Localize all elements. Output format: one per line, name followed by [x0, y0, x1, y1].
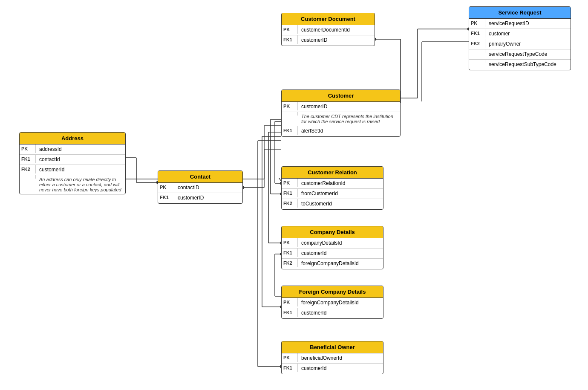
customer-document-table: Customer Document PK customerDocumentId … — [281, 13, 375, 46]
key-fk1: FK1 — [282, 189, 298, 197]
field-addressId: addressId — [36, 144, 125, 154]
company-details-row-fk2: FK2 foreignCompanyDetailsId — [282, 259, 383, 269]
service-request-row-fk1: FK1 customer — [469, 29, 571, 39]
field-customerId: customerId — [298, 308, 383, 318]
company-details-row-fk1: FK1 customerId — [282, 248, 383, 259]
service-request-row-subtype: serviceRequestSubTypeCode — [469, 60, 571, 70]
service-request-row-fk2: FK2 primaryOwner — [469, 39, 571, 49]
field-foreignCompanyDetailsId: foreignCompanyDetailsId — [298, 259, 383, 268]
field-beneficialOwnerId: beneficialOwnerId — [298, 353, 383, 363]
customer-table: Customer PK customerID The customer CDT … — [281, 90, 401, 137]
service-request-row-type: serviceRequestTypeCode — [469, 49, 571, 60]
field-customer-note: The customer CDT represents the institut… — [298, 112, 400, 126]
field-fromCustomerId: fromCustomerId — [298, 189, 383, 198]
contact-row-pk: PK contactID — [158, 183, 242, 193]
key-pk: PK — [282, 102, 298, 110]
key-fk1: FK1 — [282, 248, 298, 257]
beneficial-owner-table: Beneficial Owner PK beneficialOwnerId FK… — [281, 341, 383, 374]
foreign-company-details-header: Foreign Company Details — [282, 286, 383, 298]
customer-document-row-pk: PK customerDocumentId — [282, 25, 375, 35]
key-fk2: FK2 — [282, 259, 298, 267]
key-fk1: FK1 — [282, 35, 298, 44]
key-empty1 — [469, 49, 485, 53]
field-customer: customer — [485, 29, 571, 38]
key-fk1: FK1 — [158, 193, 174, 202]
customer-row-fk1: FK1 alertSetId — [282, 126, 400, 136]
beneficial-owner-row-fk1: FK1 customerId — [282, 364, 383, 374]
key-pk: PK — [20, 144, 36, 153]
field-customerDocumentId: customerDocumentId — [298, 25, 375, 35]
field-customerId: customerId — [36, 165, 125, 174]
customer-relation-table: Customer Relation PK customerRelationId … — [281, 166, 383, 210]
service-request-table: Service Request PK serviceRequestID FK1 … — [469, 6, 571, 70]
key-empty — [20, 175, 36, 179]
address-header: Address — [20, 133, 125, 144]
field-primaryOwner: primaryOwner — [485, 39, 571, 49]
customer-relation-row-fk1: FK1 fromCustomerId — [282, 189, 383, 199]
customer-relation-row-pk: PK customerRelationId — [282, 179, 383, 189]
field-serviceRequestTypeCode: serviceRequestTypeCode — [485, 49, 571, 59]
key-pk: PK — [282, 179, 298, 187]
field-address-note: An address can only relate directly to e… — [36, 175, 125, 194]
address-row-note: An address can only relate directly to e… — [20, 175, 125, 194]
field-customerID: customerID — [298, 102, 400, 111]
beneficial-owner-row-pk: PK beneficialOwnerId — [282, 353, 383, 364]
key-fk2: FK2 — [20, 165, 36, 173]
customer-relation-header: Customer Relation — [282, 167, 383, 179]
key-fk2: FK2 — [469, 39, 485, 48]
key-fk1: FK1 — [20, 155, 36, 163]
contact-row-fk1: FK1 customerID — [158, 193, 242, 203]
key-empty2 — [469, 60, 485, 63]
key-pk: PK — [282, 353, 298, 362]
customer-document-header: Customer Document — [282, 13, 375, 25]
field-customerID: customerID — [298, 35, 375, 45]
field-serviceRequestSubTypeCode: serviceRequestSubTypeCode — [485, 60, 571, 69]
key-fk2: FK2 — [282, 199, 298, 208]
field-toCustomerId: toCustomerId — [298, 199, 383, 208]
address-row-fk2: FK2 customerId — [20, 165, 125, 175]
field-customerRelationId: customerRelationId — [298, 179, 383, 188]
key-pk: PK — [282, 298, 298, 306]
address-row-pk: PK addressId — [20, 144, 125, 155]
service-request-header: Service Request — [469, 7, 571, 19]
customer-row-pk: PK customerID — [282, 102, 400, 112]
customer-document-row-fk1: FK1 customerID — [282, 35, 375, 46]
field-customerId: customerId — [298, 364, 383, 373]
key-pk: PK — [282, 238, 298, 247]
field-companyDetailsId: companyDetailsId — [298, 238, 383, 248]
field-alertSetId: alertSetId — [298, 126, 400, 136]
address-table: Address PK addressId FK1 contactId FK2 c… — [19, 132, 126, 194]
customer-relation-row-fk2: FK2 toCustomerId — [282, 199, 383, 209]
key-empty — [282, 112, 298, 116]
customer-row-note: The customer CDT represents the institut… — [282, 112, 400, 126]
key-fk1: FK1 — [282, 308, 298, 317]
key-fk1: FK1 — [282, 126, 298, 135]
key-pk: PK — [158, 183, 174, 191]
field-customerId: customerId — [298, 248, 383, 258]
key-fk1: FK1 — [282, 364, 298, 372]
key-fk1: FK1 — [469, 29, 485, 38]
contact-header: Contact — [158, 171, 242, 183]
key-pk: PK — [282, 25, 298, 34]
key-pk: PK — [469, 19, 485, 27]
address-row-fk1: FK1 contactId — [20, 155, 125, 165]
beneficial-owner-header: Beneficial Owner — [282, 341, 383, 353]
company-details-header: Company Details — [282, 226, 383, 238]
field-serviceRequestID: serviceRequestID — [485, 19, 571, 28]
field-contactID: contactID — [174, 183, 242, 192]
customer-header: Customer — [282, 90, 400, 102]
company-details-row-pk: PK companyDetailsId — [282, 238, 383, 248]
diagram-container: Service Request PK serviceRequestID FK1 … — [0, 0, 588, 390]
contact-table: Contact PK contactID FK1 customerID — [158, 170, 243, 204]
field-customerID: customerID — [174, 193, 242, 202]
foreign-company-row-pk: PK foreignCompanyDetailsId — [282, 298, 383, 308]
foreign-company-details-table: Foreign Company Details PK foreignCompan… — [281, 286, 383, 319]
service-request-row-pk: PK serviceRequestID — [469, 19, 571, 29]
field-contactId: contactId — [36, 155, 125, 164]
foreign-company-row-fk1: FK1 customerId — [282, 308, 383, 318]
field-foreignCompanyDetailsId: foreignCompanyDetailsId — [298, 298, 383, 307]
company-details-table: Company Details PK companyDetailsId FK1 … — [281, 226, 383, 269]
